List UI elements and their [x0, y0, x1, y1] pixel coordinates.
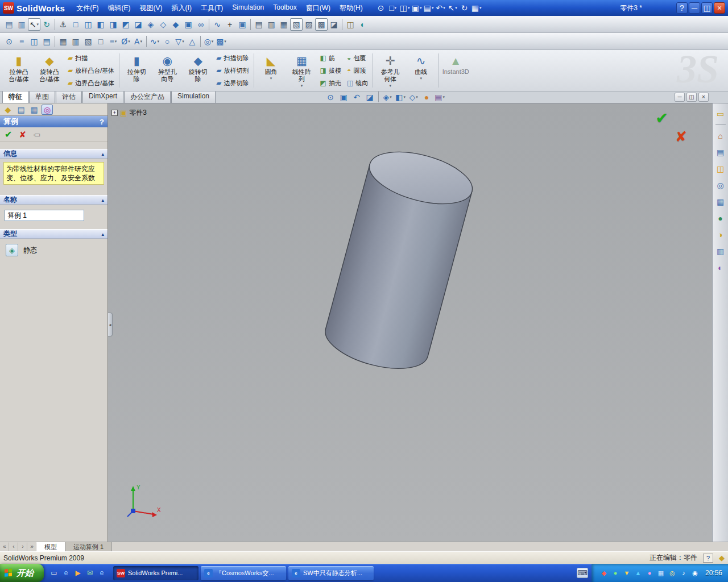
view-bottom-icon[interactable]: ◪ [132, 18, 144, 31]
show-desktop-icon[interactable]: ▭ [49, 568, 59, 578]
extruded-boss-button[interactable]: ▮拉伸凸 台/基体 [3, 52, 34, 89]
sheet-scroll-last-icon[interactable]: » [27, 542, 36, 551]
feature-manager-icon[interactable]: ◆ [2, 105, 14, 115]
appearances-icon[interactable]: ● [714, 213, 727, 224]
menu-1[interactable]: 编辑(E) [104, 1, 135, 15]
menu-0[interactable]: 文件(F) [72, 1, 103, 15]
note-icon[interactable]: A▾ [132, 35, 144, 48]
info-section-header[interactable]: 信息 [0, 149, 107, 159]
qq-icon[interactable]: ● [645, 568, 654, 577]
ctab-5[interactable]: Simulation [171, 90, 216, 103]
design-library-icon[interactable]: ▤ [714, 147, 727, 158]
cylinder-model[interactable] [108, 103, 712, 542]
zoom-to-fit-icon[interactable]: ⊙ [324, 91, 337, 103]
wireframe-display-icon[interactable]: ▤ [253, 18, 265, 31]
pin-icon[interactable]: -▭ [33, 131, 39, 139]
boundary-cut-button[interactable]: ▰边界切除 [214, 79, 250, 88]
weld-symbol-icon[interactable]: △ [186, 35, 198, 48]
document-outline-icon[interactable]: ≡ [15, 35, 28, 48]
solidworks-resources-icon[interactable]: ⌂ [714, 130, 727, 142]
section-view-toggle-icon[interactable]: ◪ [328, 18, 340, 31]
panel-help-button[interactable]: ? [100, 118, 104, 126]
shell-button[interactable]: ◩抽壳 [318, 79, 343, 88]
extruded-cut-button[interactable]: ▮拉伸切 除 [121, 52, 152, 89]
panel-splitter-handle[interactable]: ◂ [108, 313, 113, 336]
draft-button[interactable]: ◨拔模 [318, 66, 343, 75]
swept-boss-button[interactable]: ▰扫描 [66, 54, 116, 63]
menu-8[interactable]: 帮助(H) [335, 1, 367, 15]
tree-expand-icon[interactable]: + [111, 110, 118, 116]
mtab-0[interactable]: 模型 [36, 542, 65, 551]
window-maximize-icon[interactable]: ◫ [701, 2, 713, 14]
edit-appearance-icon[interactable]: ● [420, 91, 433, 103]
spline-tool-icon[interactable]: ∿▾ [148, 35, 161, 48]
linear-pattern-button[interactable]: ▦线性阵 列▾ [287, 52, 317, 89]
document-close-icon[interactable]: × [698, 93, 709, 102]
hidden-lines-removed-icon[interactable]: ▦ [278, 18, 290, 31]
select-arrow-icon[interactable]: ↖▾ [28, 18, 40, 31]
feature-tree-flyout[interactable]: + ▣ 零件3 [111, 108, 147, 118]
rebuild-quick-icon[interactable]: ↻ [459, 2, 470, 14]
network-icon[interactable]: ▦ [656, 568, 665, 577]
swept-cut-button[interactable]: ▰扫描切除 [214, 54, 250, 63]
ctab-2[interactable]: 评估 [56, 90, 82, 103]
save-icon[interactable]: ▣▾ [411, 2, 423, 14]
shaded-with-edges-icon[interactable]: ▧ [290, 18, 303, 31]
view-front-icon[interactable]: □ [69, 18, 82, 31]
study-type-option[interactable]: ◈ 静态 [0, 239, 107, 261]
ctab-3[interactable]: DimXpert [82, 90, 123, 103]
download-manager-icon[interactable]: ▼ [622, 568, 631, 577]
mirror-button[interactable]: ◫镜向 [345, 79, 370, 88]
display-style-icon[interactable]: ◧▾ [394, 91, 407, 103]
new-document-icon[interactable]: □▾ [387, 2, 399, 14]
file-explorer-icon[interactable]: ◫ [714, 163, 727, 174]
cylinder-group[interactable] [320, 142, 478, 378]
boundary-boss-button[interactable]: ▰边界凸台/基体 [66, 79, 116, 88]
view-isometric-icon[interactable]: ◈ [144, 18, 157, 31]
view-normal-to-icon[interactable]: ◇ [157, 18, 169, 31]
rib-button[interactable]: ◧筋 [318, 54, 343, 63]
section-view-icon[interactable]: ◪ [363, 91, 376, 103]
document-properties-icon[interactable]: ▤ [3, 18, 15, 31]
viewport-cancel-button[interactable]: ✘ [675, 128, 687, 145]
copy-icon[interactable]: ◫ [28, 35, 40, 48]
revolved-cut-button[interactable]: ◆旋转切 除 [183, 52, 213, 89]
help-icon[interactable]: ? [676, 2, 688, 14]
zoom-modify-icon[interactable]: ⊙ [3, 35, 15, 48]
type-section-header[interactable]: 类型 [0, 229, 107, 239]
move-entity-icon[interactable]: ▣ [236, 18, 249, 31]
custom-properties-icon[interactable]: ▥ [714, 246, 727, 257]
fillet-button[interactable]: ◣圆角▾ [256, 52, 287, 89]
document-restore-icon[interactable]: ◫ [686, 93, 697, 102]
view-right-icon[interactable]: ◨ [107, 18, 119, 31]
study-name-input[interactable] [5, 210, 84, 221]
open-document-icon[interactable]: ◫▾ [399, 2, 411, 14]
shadows-in-shaded-icon[interactable]: ▩ [315, 18, 328, 31]
music-player-icon[interactable]: ♪ [679, 568, 688, 577]
messenger-tray-icon[interactable]: ● [611, 568, 620, 577]
mtab-1[interactable]: 运动算例 1 [65, 542, 112, 551]
print-icon[interactable]: ▤▾ [423, 2, 435, 14]
task-sw-static-page[interactable]: eSW中只有静态分析... [288, 566, 374, 580]
menu-4[interactable]: 工具(T) [196, 1, 228, 15]
view-dimetric-icon[interactable]: ◆ [169, 18, 182, 31]
anchor-icon[interactable]: ⚓ [57, 18, 69, 31]
smart-dimension-icon[interactable]: Ø▾ [119, 35, 132, 48]
freeform-select-icon[interactable]: ∿ [211, 18, 224, 31]
name-section-header[interactable]: 名称 [0, 195, 107, 205]
copy-appearance-icon[interactable]: ◫ [344, 18, 357, 31]
print-preview-icon[interactable]: ▥ [69, 35, 82, 48]
view-back-icon[interactable]: ◫ [82, 18, 94, 31]
sketch-entities-icon[interactable]: ▥ [15, 18, 28, 31]
sheet-scroll-prev-icon[interactable]: ‹ [9, 542, 18, 551]
reference-geometry-button[interactable]: ✛参考几 何体▾ [375, 52, 406, 89]
previous-view-icon[interactable]: ↶ [350, 91, 363, 103]
apply-scene-icon[interactable]: ▤▾ [433, 91, 446, 103]
property-manager-icon[interactable]: ▤ [15, 105, 27, 115]
lofted-cut-button[interactable]: ▰放样切割 [214, 66, 250, 75]
sheet-scroll-first-icon[interactable]: « [0, 542, 9, 551]
window-close-icon[interactable]: × [714, 2, 725, 14]
undo-icon[interactable]: ↶▾ [435, 2, 446, 14]
rotate-view-icon[interactable]: ◐ [357, 18, 369, 31]
input-method-icon[interactable]: ⌨ [577, 568, 588, 578]
